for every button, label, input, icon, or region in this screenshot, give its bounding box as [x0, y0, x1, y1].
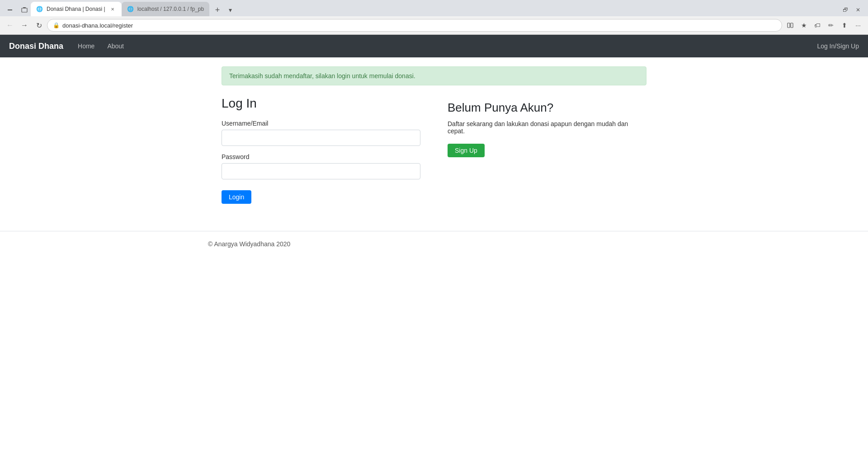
- signup-column: Belum Punya Akun? Daftar sekarang dan la…: [448, 96, 646, 204]
- login-form-column: Log In Username/Email Password Login: [222, 96, 420, 204]
- svg-rect-1: [22, 8, 27, 12]
- web-capture-button[interactable]: ✏: [825, 19, 837, 32]
- svg-rect-4: [791, 23, 793, 28]
- signup-description: Daftar sekarang dan lakukan donasi apapu…: [448, 120, 646, 135]
- username-label: Username/Email: [222, 120, 420, 127]
- share-button[interactable]: ⬆: [838, 19, 851, 32]
- svg-rect-3: [788, 23, 790, 28]
- tab-localhost[interactable]: 🌐 localhost / 127.0.0.1 / fp_pb: [122, 2, 209, 16]
- window-controls: [4, 4, 31, 16]
- nav-about[interactable]: About: [102, 39, 129, 53]
- content-wrapper: Terimakasih sudah mendaftar, silakan log…: [222, 66, 646, 204]
- settings-button[interactable]: ···: [852, 19, 864, 32]
- tab-title-active: Donasi Dhana | Donasi |: [47, 6, 105, 12]
- footer: © Anargya Widyadhana 2020: [0, 231, 868, 257]
- browser-chrome: 🌐 Donasi Dhana | Donasi | ✕ 🌐 localhost …: [0, 0, 868, 35]
- tab-donasi-dhana[interactable]: 🌐 Donasi Dhana | Donasi | ✕: [31, 2, 122, 16]
- login-button[interactable]: Login: [222, 190, 251, 204]
- footer-copyright: © Anargya Widyadhana 2020: [208, 240, 290, 248]
- nav-login-signup[interactable]: Log In/Sign Up: [817, 42, 859, 50]
- navbar-brand[interactable]: Donasi Dhana: [9, 42, 63, 51]
- screenshot-button[interactable]: [18, 4, 31, 16]
- username-input[interactable]: [222, 130, 420, 146]
- svg-rect-2: [23, 7, 26, 8]
- alert-success: Terimakasih sudah mendaftar, silakan log…: [222, 66, 646, 85]
- tab-close-button[interactable]: ✕: [109, 5, 116, 13]
- collections-button[interactable]: 🏷: [811, 19, 824, 32]
- username-form-group: Username/Email: [222, 120, 420, 146]
- password-input[interactable]: [222, 163, 420, 179]
- signup-title: Belum Punya Akun?: [448, 101, 646, 115]
- close-button[interactable]: ✕: [852, 4, 864, 16]
- svg-rect-0: [8, 9, 12, 10]
- footer-content: © Anargya Widyadhana 2020: [208, 240, 660, 248]
- login-title: Log In: [222, 96, 420, 111]
- bookmark-button[interactable]: ★: [797, 19, 810, 32]
- minimize-button[interactable]: [4, 4, 16, 16]
- address-bar-row: ← → ↻ 🔒 donasi-dhana.local/register ★ 🏷 …: [0, 16, 868, 34]
- signup-button[interactable]: Sign Up: [448, 144, 485, 157]
- login-section: Log In Username/Email Password Login Bel…: [222, 96, 646, 204]
- forward-button[interactable]: →: [18, 19, 31, 32]
- tab-bar: 🌐 Donasi Dhana | Donasi | ✕ 🌐 localhost …: [0, 0, 868, 16]
- back-button[interactable]: ←: [4, 19, 16, 32]
- tab-title-inactive: localhost / 127.0.0.1 / fp_pb: [137, 6, 204, 12]
- tab-favicon: 🌐: [36, 6, 43, 12]
- refresh-button[interactable]: ↻: [33, 19, 45, 32]
- tab-favicon-2: 🌐: [127, 6, 134, 12]
- restore-button[interactable]: 🗗: [839, 4, 852, 16]
- tab-dropdown-button[interactable]: ▾: [224, 4, 236, 16]
- reader-view-button[interactable]: [784, 19, 797, 32]
- password-label: Password: [222, 153, 420, 160]
- nav-home[interactable]: Home: [72, 39, 100, 53]
- main-content: Terimakasih sudah mendaftar, silakan log…: [140, 57, 728, 213]
- alert-message: Terimakasih sudah mendaftar, silakan log…: [229, 72, 415, 80]
- password-form-group: Password: [222, 153, 420, 179]
- address-text: donasi-dhana.local/register: [62, 22, 776, 29]
- navbar-nav: Home About: [72, 39, 817, 53]
- toolbar-right: ★ 🏷 ✏ ⬆ ···: [784, 19, 864, 32]
- new-tab-button[interactable]: +: [211, 4, 224, 16]
- address-bar[interactable]: 🔒 donasi-dhana.local/register: [47, 19, 782, 32]
- navbar: Donasi Dhana Home About Log In/Sign Up: [0, 35, 868, 57]
- security-icon: 🔒: [53, 22, 60, 28]
